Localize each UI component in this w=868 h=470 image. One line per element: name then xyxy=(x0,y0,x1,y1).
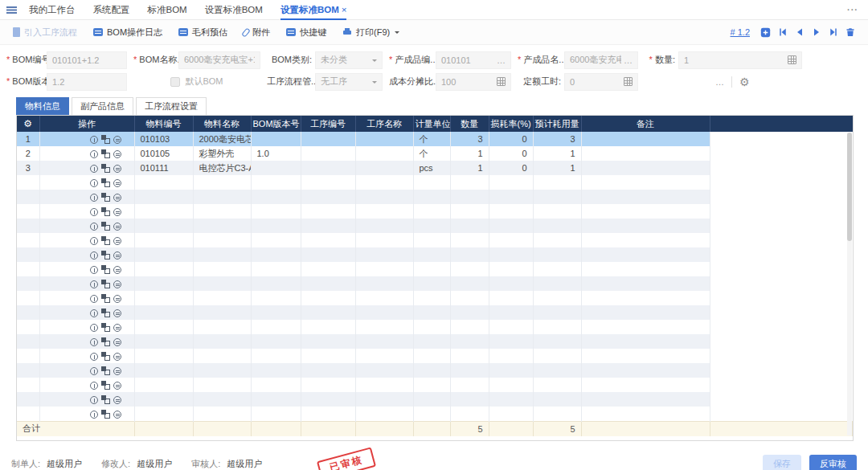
swap-icon[interactable] xyxy=(113,396,121,404)
more-fields-icon[interactable]: … xyxy=(715,77,724,87)
swap-icon[interactable] xyxy=(113,411,121,419)
replace-icon[interactable] xyxy=(101,222,110,231)
swap-icon[interactable] xyxy=(113,179,121,187)
table-row[interactable]: 10101032000毫安电芯个303 xyxy=(17,132,853,146)
document-button[interactable]: 引入工序流程 xyxy=(13,27,77,39)
swap-icon[interactable] xyxy=(113,338,121,346)
tab-close-icon[interactable]: × xyxy=(342,5,347,14)
swap-icon[interactable] xyxy=(113,309,121,317)
info-icon[interactable] xyxy=(90,382,98,390)
product-name-input[interactable]: 6000毫安充电宝… xyxy=(564,51,638,69)
table-row[interactable] xyxy=(17,320,853,334)
table-row[interactable] xyxy=(17,262,853,276)
column-header[interactable]: 操作 xyxy=(39,116,134,132)
unapprove-button[interactable]: 反审核 xyxy=(809,455,857,470)
table-row[interactable] xyxy=(17,175,853,190)
table-row[interactable] xyxy=(17,247,853,262)
tab-item[interactable]: 工序流程设置 xyxy=(136,97,207,115)
bom-no-input[interactable]: 010101+1.2 xyxy=(47,51,127,69)
vertical-scrollbar[interactable] xyxy=(847,133,852,435)
info-icon[interactable] xyxy=(90,237,98,245)
table-row[interactable] xyxy=(17,334,853,349)
lookup-icon[interactable]: … xyxy=(624,55,633,65)
table-row[interactable]: 3010111电控芯片C3-AApcs101 xyxy=(17,161,853,175)
table-row[interactable] xyxy=(17,219,853,233)
table-row[interactable] xyxy=(17,363,853,378)
next-page-icon[interactable] xyxy=(812,27,821,37)
table-row[interactable]: 2010105彩塑外壳1.0个101 xyxy=(17,146,853,161)
table-row[interactable] xyxy=(17,204,853,219)
quantity-input[interactable]: 1 xyxy=(678,51,802,69)
process-mgmt-select[interactable]: 无工序 xyxy=(315,73,383,91)
swap-icon[interactable] xyxy=(113,280,121,288)
info-icon[interactable] xyxy=(90,309,98,317)
log-button[interactable]: BOM操作日志 xyxy=(93,27,162,39)
replace-icon[interactable] xyxy=(101,366,110,375)
info-icon[interactable] xyxy=(90,367,98,375)
calculator-icon[interactable] xyxy=(788,55,796,64)
delete-icon[interactable] xyxy=(845,27,855,37)
swap-icon[interactable] xyxy=(113,223,121,231)
replace-icon[interactable] xyxy=(101,236,110,245)
table-row[interactable] xyxy=(17,291,853,305)
swap-icon[interactable] xyxy=(113,165,121,173)
info-icon[interactable] xyxy=(90,411,98,419)
table-settings-header[interactable] xyxy=(17,116,39,132)
lookup-icon[interactable]: … xyxy=(497,55,506,65)
table-row[interactable] xyxy=(17,233,853,247)
info-icon[interactable] xyxy=(90,251,98,260)
replace-icon[interactable] xyxy=(101,395,110,404)
replace-icon[interactable] xyxy=(101,410,110,419)
print-button[interactable]: 打印(F9) xyxy=(342,27,399,39)
replace-icon[interactable] xyxy=(101,149,110,158)
table-row[interactable] xyxy=(17,349,853,363)
info-icon[interactable] xyxy=(90,353,98,361)
info-icon[interactable] xyxy=(90,208,98,216)
replace-icon[interactable] xyxy=(101,381,110,390)
main-tab[interactable]: 设置标准BOM× xyxy=(280,0,347,20)
replace-icon[interactable] xyxy=(101,178,110,187)
swap-icon[interactable] xyxy=(113,367,121,375)
column-header[interactable]: 计量单位 xyxy=(413,116,450,132)
tab-item[interactable]: 副产品信息 xyxy=(72,97,133,115)
cost-ratio-input[interactable]: 100 xyxy=(436,73,511,91)
main-tab[interactable]: 系统配置 xyxy=(93,0,130,20)
table-row[interactable] xyxy=(17,276,853,291)
column-header[interactable]: 损耗率(%) xyxy=(489,116,533,132)
replace-icon[interactable] xyxy=(101,135,110,144)
replace-icon[interactable] xyxy=(101,294,110,303)
table-row[interactable] xyxy=(17,392,853,407)
column-header[interactable]: 工序名称 xyxy=(355,116,413,132)
replace-icon[interactable] xyxy=(101,164,110,173)
replace-icon[interactable] xyxy=(101,193,110,202)
info-icon[interactable] xyxy=(90,179,98,187)
more-menu-icon[interactable]: ··· xyxy=(847,5,858,14)
column-header[interactable]: 物料名称 xyxy=(193,116,251,132)
info-icon[interactable] xyxy=(90,295,98,303)
save-button[interactable]: 保存 xyxy=(763,455,801,470)
swap-icon[interactable] xyxy=(113,266,121,274)
calculator-icon[interactable] xyxy=(497,77,506,86)
column-header[interactable]: 备注 xyxy=(581,116,710,132)
replace-icon[interactable] xyxy=(101,309,110,317)
bom-version-input[interactable]: 1.2 xyxy=(47,73,127,91)
bom-category-select[interactable]: 未分类 xyxy=(315,51,383,69)
tab-active[interactable]: 物料信息 xyxy=(16,97,69,115)
info-icon[interactable] xyxy=(90,165,98,173)
swap-icon[interactable] xyxy=(113,295,121,303)
info-icon[interactable] xyxy=(90,266,98,274)
shortcut-button[interactable]: 快捷键 xyxy=(286,27,326,39)
swap-icon[interactable] xyxy=(113,237,121,245)
swap-icon[interactable] xyxy=(113,382,121,390)
replace-icon[interactable] xyxy=(101,352,110,361)
replace-icon[interactable] xyxy=(101,337,110,346)
replace-icon[interactable] xyxy=(101,251,110,260)
column-header[interactable]: 预计耗用量 xyxy=(533,116,581,132)
main-tab[interactable]: 我的工作台 xyxy=(29,0,76,20)
column-header[interactable]: 物料编号 xyxy=(134,116,193,132)
menu-collapse-icon[interactable] xyxy=(6,6,17,14)
swap-icon[interactable] xyxy=(113,208,121,216)
column-header[interactable]: BOM版本号 xyxy=(251,116,301,132)
main-tab[interactable]: 标准BOM xyxy=(148,0,187,20)
info-icon[interactable] xyxy=(90,280,98,288)
